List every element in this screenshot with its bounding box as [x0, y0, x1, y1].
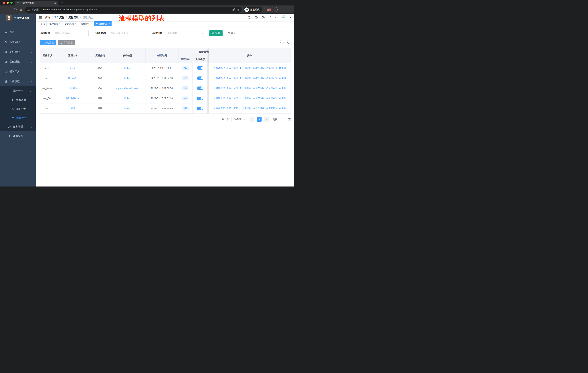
active-toggle[interactable] [197, 107, 203, 110]
maximize-window-button[interactable] [10, 2, 13, 4]
prev-page-button[interactable]: ‹ [250, 117, 254, 122]
close-tab-icon[interactable]: × [53, 2, 56, 5]
process-definition-link[interactable]: 流程定义 [266, 97, 277, 100]
breadcrumb-item[interactable]: 首页 [45, 16, 50, 19]
current-page-button[interactable]: 1 [257, 117, 262, 122]
reload-icon[interactable]: ↻ [13, 7, 18, 12]
refresh-table-button[interactable] [286, 40, 291, 45]
version-badge[interactable]: v21 [182, 107, 189, 110]
process-name-link[interactable]: OA 请假 [69, 87, 77, 90]
reset-button[interactable]: 重置 [225, 30, 238, 36]
sidebar-item-payment[interactable]: ¥ 支付管理 [0, 47, 36, 57]
close-icon[interactable]: × [90, 23, 92, 25]
process-definition-link[interactable]: 流程定义 [266, 87, 277, 90]
avatar-caret-icon[interactable]: ▾ [290, 16, 291, 19]
design-process-link[interactable]: 设计流程 [226, 97, 238, 100]
assign-rule-link[interactable]: 分配规则 [240, 97, 251, 100]
bookmark-star-icon[interactable]: ☆ [237, 8, 239, 11]
tag-process-model-active[interactable]: 流程模型 × [94, 21, 111, 26]
fullscreen-icon[interactable] [268, 16, 272, 19]
version-badge[interactable]: v4 [182, 97, 189, 100]
sidebar-item-home[interactable]: 首页 [0, 27, 36, 37]
sidebar-logo[interactable]: 芋道管理系统 [0, 14, 36, 22]
assign-rule-link[interactable]: 分配规则 [240, 67, 251, 70]
sidebar-item-system[interactable]: 系统管理 [0, 37, 36, 47]
delete-link[interactable]: 删除 [279, 97, 286, 100]
delete-link[interactable]: 删除 [279, 107, 286, 110]
edit-process-link[interactable]: 修改流程 [213, 67, 225, 70]
publish-process-link[interactable]: 发布流程 [253, 97, 264, 100]
breadcrumb-item[interactable]: 流程管理 [68, 16, 79, 19]
forward-icon[interactable]: → [7, 7, 13, 12]
design-process-link[interactable]: 设计流程 [226, 67, 238, 70]
active-toggle[interactable] [197, 97, 203, 100]
design-process-link[interactable]: 设计流程 [226, 87, 238, 90]
tag-process-form[interactable]: 流程表单 × [79, 21, 93, 26]
publish-process-link[interactable]: 发布流程 [253, 67, 264, 70]
browser-menu-icon[interactable]: ⋮ [273, 8, 276, 11]
address-bar[interactable]: 不安全 dashboard.yudao.iocoder.cn/bpm/manag… [25, 7, 242, 13]
design-process-link[interactable]: 设计流程 [226, 77, 238, 80]
toggle-search-button[interactable] [279, 40, 284, 45]
form-link[interactable]: biubiu [124, 97, 130, 100]
window-controls[interactable] [3, 2, 13, 4]
form-link[interactable]: biubiu [124, 107, 130, 110]
sidebar-item-devtools[interactable]: 研发工具 [0, 67, 36, 77]
close-icon[interactable]: × [108, 23, 110, 25]
password-key-icon[interactable] [232, 8, 235, 11]
help-icon[interactable] [261, 16, 265, 19]
publish-process-link[interactable]: 发布流程 [253, 77, 264, 80]
form-link[interactable]: biubiu [124, 77, 130, 80]
avatar[interactable] [281, 14, 288, 21]
breadcrumb-item[interactable]: 工作流程 [54, 16, 64, 19]
sidebar-item-process-form[interactable]: 流程表单 [0, 95, 36, 104]
minimize-window-button[interactable] [7, 2, 9, 4]
tag-home[interactable]: 首页 [39, 21, 47, 26]
version-badge[interactable]: v5 [182, 86, 189, 90]
sidebar-item-task-management[interactable]: 任务管理 [0, 122, 36, 131]
create-process-button[interactable]: + 新建流程 [40, 40, 56, 45]
version-badge[interactable]: v2 [182, 76, 189, 80]
process-definition-link[interactable]: 流程定义 [266, 77, 277, 80]
edit-process-link[interactable]: 修改流程 [213, 97, 225, 100]
close-window-button[interactable] [3, 2, 5, 4]
process-name-link[interactable]: 测试多审批人 [66, 97, 80, 100]
assign-rule-link[interactable]: 分配规则 [240, 87, 251, 90]
url-text[interactable]: dashboard.yudao.iocoder.cn/bpm/manager/m… [43, 8, 97, 11]
tag-tenant[interactable]: 租户管理 × [48, 21, 62, 26]
font-size-icon[interactable]: TT [275, 16, 278, 19]
new-tab-button[interactable]: + [60, 0, 64, 5]
active-toggle[interactable] [197, 87, 203, 90]
search-button[interactable]: 搜索 [210, 30, 222, 36]
active-toggle[interactable] [197, 77, 203, 80]
edit-process-link[interactable]: 修改流程 [213, 107, 225, 110]
form-link[interactable]: /bpm/oa/leave/create [116, 87, 138, 90]
assign-rule-link[interactable]: 分配规则 [240, 107, 251, 110]
process-name-link[interactable]: eeee [70, 67, 75, 69]
edit-process-link[interactable]: 修改流程 [213, 87, 225, 90]
close-icon[interactable]: × [59, 23, 60, 25]
sidebar-item-process-management[interactable]: 流程管理 [0, 86, 36, 95]
version-badge[interactable]: v17 [182, 66, 189, 70]
process-name-input[interactable] [108, 30, 145, 36]
design-process-link[interactable]: 设计流程 [226, 107, 238, 110]
process-id-input[interactable] [52, 30, 89, 36]
sidebar-item-user-group[interactable]: 用户分组 [0, 104, 36, 113]
tag-my-process[interactable]: 我的流程 × [63, 21, 78, 26]
assign-rule-link[interactable]: 分配规则 [240, 77, 251, 80]
home-icon[interactable]: ⌂ [18, 7, 24, 12]
publish-process-link[interactable]: 发布流程 [253, 107, 264, 110]
delete-link[interactable]: 删除 [279, 77, 286, 80]
goto-page-input[interactable] [279, 117, 287, 122]
edit-process-link[interactable]: 修改流程 [213, 77, 225, 80]
next-page-button[interactable]: › [264, 117, 269, 122]
close-icon[interactable]: × [75, 23, 76, 25]
update-chip[interactable]: 更新 ⋮ [264, 7, 278, 12]
process-category-select[interactable]: 流程分类 [164, 30, 206, 36]
publish-process-link[interactable]: 发布流程 [253, 87, 264, 90]
sidebar-item-workflow[interactable]: 工作流程 [0, 77, 36, 86]
github-icon[interactable] [254, 16, 258, 19]
browser-tab[interactable]: 芋道管理系统 × [15, 0, 58, 5]
delete-link[interactable]: 删除 [279, 87, 286, 90]
process-definition-link[interactable]: 流程定义 [266, 107, 277, 110]
